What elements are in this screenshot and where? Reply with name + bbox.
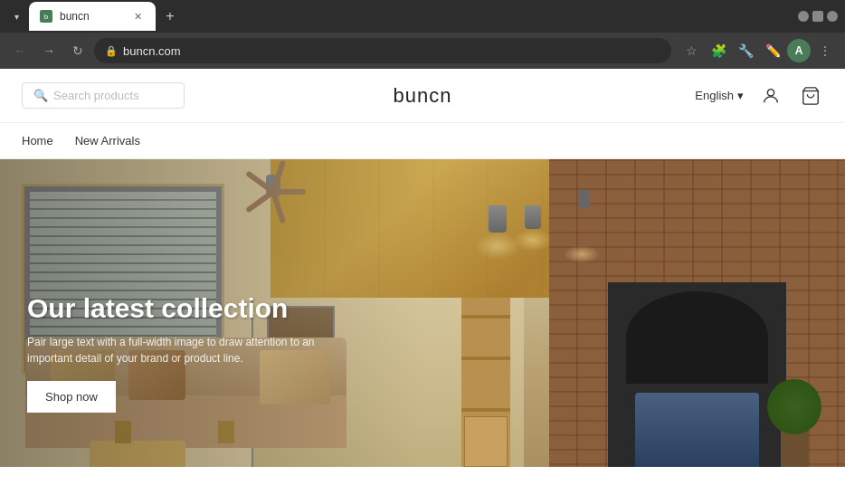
- maximize-btn[interactable]: [812, 11, 823, 22]
- tab-close-btn[interactable]: ✕: [130, 9, 145, 24]
- back-btn[interactable]: ←: [7, 38, 33, 63]
- browser-actions: ☆ 🧩 🔧 ✏️ A ⋮: [679, 38, 838, 63]
- nav-home[interactable]: Home: [22, 134, 53, 147]
- profile-btn[interactable]: A: [787, 39, 811, 62]
- cart-btn[interactable]: [798, 83, 823, 109]
- nav-new-arrivals[interactable]: New Arrivals: [75, 134, 140, 147]
- lock-icon: 🔒: [105, 45, 118, 57]
- minimize-btn[interactable]: [798, 11, 809, 22]
- hero-subtitle: Pair large text with a full-width image …: [27, 334, 335, 366]
- svg-point-0: [767, 89, 774, 95]
- site-header: 🔍 Search products buncn English ▾: [0, 69, 845, 123]
- ext-btn-3[interactable]: ✏️: [760, 38, 785, 63]
- extensions-btn[interactable]: 🧩: [706, 38, 731, 63]
- header-actions: English ▾: [695, 83, 823, 109]
- tab-title: buncn: [60, 10, 123, 23]
- chevron-down-icon: ▾: [737, 89, 744, 102]
- hero-section: Our latest collection Pair large text wi…: [0, 159, 845, 467]
- hero-content: Our latest collection Pair large text wi…: [27, 292, 335, 413]
- close-btn[interactable]: [827, 11, 838, 22]
- address-text: buncn.com: [123, 44, 181, 58]
- website: 🔍 Search products buncn English ▾: [0, 69, 845, 467]
- menu-btn[interactable]: ⋮: [812, 38, 838, 63]
- tab-favicon: b: [40, 10, 52, 23]
- new-tab-btn[interactable]: +: [159, 5, 181, 27]
- hero-title: Our latest collection: [27, 292, 335, 325]
- active-tab[interactable]: b buncn ✕: [29, 2, 156, 31]
- shop-now-btn[interactable]: Shop now: [27, 381, 116, 413]
- refresh-btn[interactable]: ↻: [65, 38, 90, 63]
- site-nav: Home New Arrivals: [0, 123, 845, 159]
- address-bar[interactable]: 🔒 buncn.com: [94, 38, 671, 63]
- language-label: English: [695, 89, 734, 102]
- search-icon: 🔍: [33, 89, 48, 102]
- browser-controls: ← → ↻ 🔒 buncn.com ☆ 🧩 🔧 ✏️ A ⋮: [0, 33, 845, 69]
- account-btn[interactable]: [758, 83, 783, 109]
- site-logo: buncn: [394, 84, 452, 108]
- language-selector[interactable]: English ▾: [695, 89, 744, 102]
- tab-bar: ▾ b buncn ✕ +: [0, 0, 845, 33]
- browser-chrome: ▾ b buncn ✕ + ← → ↻ 🔒 buncn.com ☆ 🧩 🔧: [0, 0, 845, 69]
- spotlight: [489, 205, 507, 233]
- tab-dropdown-btn[interactable]: ▾: [7, 7, 25, 25]
- forward-btn[interactable]: →: [36, 38, 62, 63]
- search-placeholder: Search products: [53, 89, 139, 102]
- ext-btn-2[interactable]: 🔧: [733, 38, 758, 63]
- bookmark-btn[interactable]: ☆: [679, 38, 704, 63]
- search-box[interactable]: 🔍 Search products: [22, 82, 185, 109]
